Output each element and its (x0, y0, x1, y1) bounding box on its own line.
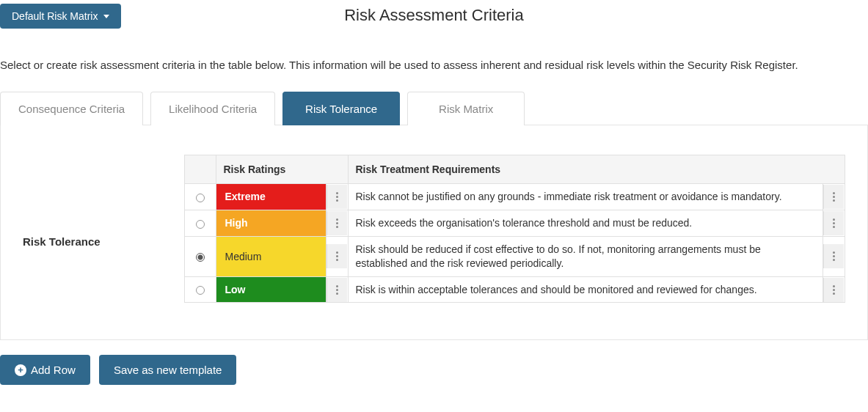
rating-menu-button[interactable] (327, 211, 347, 235)
requirement-cell: Risk cannot be justified on any grounds … (348, 184, 823, 210)
col-header-requirements: Risk Treatment Requirements (348, 155, 845, 184)
table-row: LowRisk is within acceptable tolerances … (185, 276, 845, 303)
add-row-button[interactable]: + Add Row (0, 355, 90, 385)
add-row-label: Add Row (31, 364, 76, 376)
requirement-cell: Risk is within acceptable tolerances and… (348, 276, 823, 303)
rating-cell: Extreme (216, 184, 326, 210)
rating-menu-button[interactable] (327, 278, 347, 302)
row-select-cell[interactable] (185, 210, 216, 236)
rating-menu-button[interactable] (327, 185, 347, 209)
save-template-label: Save as new template (114, 364, 222, 376)
row-select-radio[interactable] (196, 253, 205, 262)
table-header-row: Risk Ratings Risk Treatment Requirements (185, 155, 845, 184)
row-select-radio[interactable] (196, 194, 205, 202)
panel-risk-tolerance: Risk Tolerance Risk Ratings Risk Treatme… (0, 125, 868, 340)
tab-likelihood-criteria[interactable]: Likelihood Criteria (150, 92, 275, 125)
row-select-radio[interactable] (196, 220, 205, 229)
row-select-radio[interactable] (196, 286, 205, 295)
row-select-cell[interactable] (185, 236, 216, 276)
table-row: MediumRisk should be reduced if cost eff… (185, 236, 845, 276)
requirement-menu-button[interactable] (823, 185, 844, 209)
tab-risk-tolerance[interactable]: Risk Tolerance (282, 92, 400, 125)
rating-cell: High (216, 210, 326, 236)
matrix-dropdown[interactable]: Default Risk Matrix (0, 4, 121, 29)
tab-risk-matrix[interactable]: Risk Matrix (407, 92, 525, 125)
rating-menu-button[interactable] (327, 244, 347, 268)
rating-cell: Low (216, 276, 326, 303)
requirement-cell: Risk exceeds the organisation's toleranc… (348, 210, 823, 236)
plus-circle-icon: + (15, 364, 26, 376)
side-label: Risk Tolerance (23, 155, 184, 248)
caret-down-icon (103, 15, 109, 18)
tabs: Consequence Criteria Likelihood Criteria… (0, 92, 868, 125)
requirement-menu-button[interactable] (823, 211, 844, 235)
intro-text: Select or create risk assessment criteri… (0, 59, 868, 71)
ratings-table: Risk Ratings Risk Treatment Requirements… (184, 155, 845, 303)
col-header-ratings: Risk Ratings (216, 155, 348, 184)
col-header-select (185, 155, 216, 184)
requirement-cell: Risk should be reduced if cost effective… (348, 236, 823, 276)
row-select-cell[interactable] (185, 184, 216, 210)
requirement-menu-button[interactable] (823, 278, 844, 302)
tab-consequence-criteria[interactable]: Consequence Criteria (0, 92, 143, 125)
matrix-dropdown-label: Default Risk Matrix (12, 10, 98, 22)
page-title: Risk Assessment Criteria (0, 4, 868, 25)
table-row: ExtremeRisk cannot be justified on any g… (185, 184, 845, 210)
save-template-button[interactable]: Save as new template (99, 355, 237, 385)
rating-cell: Medium (216, 236, 326, 276)
requirement-menu-button[interactable] (823, 244, 844, 268)
table-row: HighRisk exceeds the organisation's tole… (185, 210, 845, 236)
row-select-cell[interactable] (185, 276, 216, 303)
